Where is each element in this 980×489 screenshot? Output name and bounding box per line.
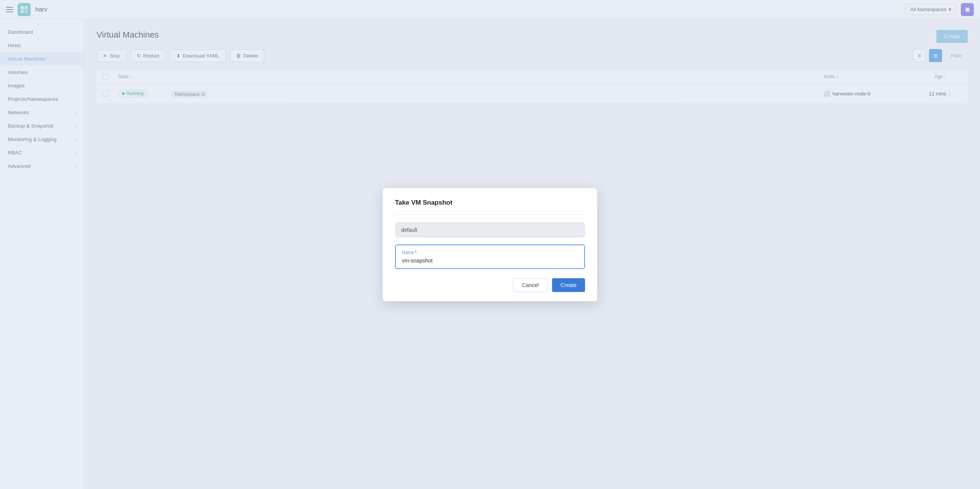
dialog-divider: [395, 214, 585, 215]
cancel-button[interactable]: Cancel: [513, 278, 547, 292]
snapshot-name-input[interactable]: [402, 258, 578, 264]
name-field-label: Name*: [402, 250, 578, 255]
take-snapshot-dialog: Take VM Snapshot default Name* Cancel Cr…: [383, 188, 597, 301]
required-indicator: *: [415, 250, 417, 255]
dialog-title: Take VM Snapshot: [395, 199, 585, 207]
name-field-container: Name*: [395, 244, 585, 269]
modal-overlay: Take VM Snapshot default Name* Cancel Cr…: [0, 0, 980, 489]
dialog-actions: Cancel Create: [395, 278, 585, 292]
create-snapshot-button[interactable]: Create: [552, 278, 585, 292]
namespace-display: default: [395, 222, 585, 238]
